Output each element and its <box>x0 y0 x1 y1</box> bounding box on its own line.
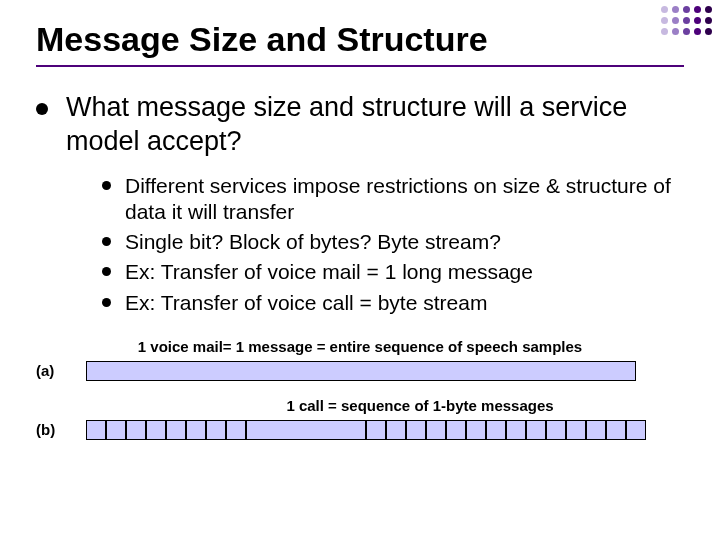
bullet-level2-text: Ex: Transfer of voice call = byte stream <box>125 290 487 316</box>
diagram-segment <box>106 420 126 440</box>
diagram-segment <box>526 420 546 440</box>
bullet-icon <box>102 181 111 190</box>
bullet-icon <box>36 103 48 115</box>
bullet-level1-text: What message size and structure will a s… <box>66 91 684 159</box>
diagram-segment <box>226 420 246 440</box>
diagram-segment <box>446 420 466 440</box>
diagram-segment <box>606 420 626 440</box>
diagram-segment <box>586 420 606 440</box>
bullet-level2-text: Ex: Transfer of voice mail = 1 long mess… <box>125 259 533 285</box>
diagram-segment <box>126 420 146 440</box>
bullet-level2-text: Different services impose restrictions o… <box>125 173 684 226</box>
bullet-level2-text: Single bit? Block of bytes? Byte stream? <box>125 229 501 255</box>
bullet-level2: Different services impose restrictions o… <box>102 173 684 226</box>
slide-title: Message Size and Structure <box>36 20 684 67</box>
diagram-row-b: (b) <box>36 420 684 440</box>
diagram-area: 1 voice mail= 1 message = entire sequenc… <box>36 338 684 440</box>
diagram-segment <box>386 420 406 440</box>
diagram-segment <box>406 420 426 440</box>
bullet-icon <box>102 267 111 276</box>
diagram-label-b: (b) <box>36 421 86 438</box>
diagram-segment <box>186 420 206 440</box>
diagram-segment <box>246 420 366 440</box>
diagram-segment <box>506 420 526 440</box>
diagram-segment <box>146 420 166 440</box>
diagram-segment <box>626 420 646 440</box>
diagram-row-a: (a) <box>36 361 684 381</box>
decorative-corner-dots <box>661 6 712 35</box>
diagram-segment <box>366 420 386 440</box>
diagram-segment <box>566 420 586 440</box>
diagram-segment <box>206 420 226 440</box>
bullet-level1: What message size and structure will a s… <box>36 91 684 159</box>
diagram-segment <box>426 420 446 440</box>
bullet-icon <box>102 237 111 246</box>
diagram-caption-b: 1 call = sequence of 1-byte messages <box>36 397 684 414</box>
bullet-level2: Single bit? Block of bytes? Byte stream? <box>102 229 684 255</box>
diagram-label-a: (a) <box>36 362 86 379</box>
diagram-bar-single <box>86 361 636 381</box>
diagram-segment <box>466 420 486 440</box>
diagram-segment <box>486 420 506 440</box>
diagram-segment <box>546 420 566 440</box>
diagram-segment <box>166 420 186 440</box>
bullet-icon <box>102 298 111 307</box>
diagram-segment <box>86 420 106 440</box>
bullet-level2: Ex: Transfer of voice mail = 1 long mess… <box>102 259 684 285</box>
bullet-level2: Ex: Transfer of voice call = byte stream <box>102 290 684 316</box>
diagram-bar-segmented <box>86 420 646 440</box>
diagram-caption-a: 1 voice mail= 1 message = entire sequenc… <box>36 338 684 355</box>
bullet-level2-group: Different services impose restrictions o… <box>102 173 684 316</box>
